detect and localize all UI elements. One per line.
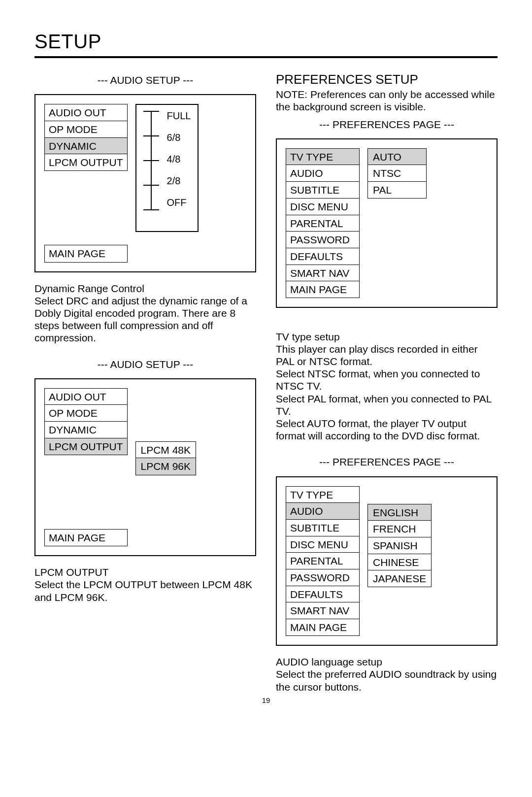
right-column: PREFERENCES SETUP NOTE: Preferences can …	[276, 72, 498, 693]
menu-op-mode[interactable]: OP MODE	[44, 121, 128, 138]
menu-dynamic[interactable]: DYNAMIC	[44, 137, 128, 155]
menu-parental[interactable]: PARENTAL	[286, 552, 360, 569]
menu-subtitle[interactable]: SUBTITLE	[286, 181, 360, 199]
slider-label: OFF	[167, 197, 191, 208]
menu-audio[interactable]: AUDIO	[286, 165, 360, 182]
menu-dynamic[interactable]: DYNAMIC	[44, 421, 128, 438]
two-column-layout: --- AUDIO SETUP --- AUDIO OUT OP MODE DY…	[34, 72, 498, 693]
page-title: SETUP	[34, 30, 498, 53]
option-japanese[interactable]: JAPANESE	[367, 570, 432, 587]
menu-main-page[interactable]: MAIN PAGE	[44, 245, 128, 262]
audio-lang-description: AUDIO language setup Select the preferre…	[276, 656, 498, 693]
preferences-note: NOTE: Preferences can only be accessed w…	[276, 88, 498, 113]
menu-lpcm-output[interactable]: LPCM OUTPUT	[44, 154, 128, 171]
menu-audio-out[interactable]: AUDIO OUT	[44, 104, 128, 121]
dynamic-range-description: Dynamic Range Control Select DRC and adj…	[34, 282, 256, 344]
menu-smart-nav[interactable]: SMART NAV	[286, 265, 360, 282]
option-lpcm-48k[interactable]: LPCM 48K	[135, 441, 197, 459]
menu-audio[interactable]: AUDIO	[286, 502, 360, 520]
menu-op-mode[interactable]: OP MODE	[44, 404, 128, 422]
menu-lpcm-output[interactable]: LPCM OUTPUT	[44, 438, 128, 455]
pref-page-header-1: --- PREFERENCES PAGE ---	[276, 118, 498, 131]
menu-disc-menu[interactable]: DISC MENU	[286, 536, 360, 553]
lpcm-description: LPCM OUTPUT Select the LPCM OUTPUT betwe…	[34, 566, 256, 603]
option-spanish[interactable]: SPANISH	[367, 537, 432, 554]
option-chinese[interactable]: CHINESE	[367, 554, 432, 571]
menu-main-page[interactable]: MAIN PAGE	[286, 281, 360, 298]
menu-smart-nav[interactable]: SMART NAV	[286, 602, 360, 619]
tvtype-options: AUTO NTSC PAL	[367, 148, 427, 199]
tvtype-description: TV type setup This player can play discs…	[276, 318, 498, 442]
osd-audio-lpcm: AUDIO OUT OP MODE DYNAMIC LPCM OUTPUT MA…	[34, 378, 256, 556]
slider-ticks-icon	[143, 111, 159, 209]
menu-parental[interactable]: PARENTAL	[286, 215, 360, 232]
menu-subtitle[interactable]: SUBTITLE	[286, 519, 360, 536]
audio2-menu: AUDIO OUT OP MODE DYNAMIC LPCM OUTPUT	[44, 388, 128, 455]
audio1-menu: AUDIO OUT OP MODE DYNAMIC LPCM OUTPUT	[44, 104, 128, 171]
option-auto[interactable]: AUTO	[367, 148, 427, 166]
menu-audio-out[interactable]: AUDIO OUT	[44, 388, 128, 405]
menu-defaults[interactable]: DEFAULTS	[286, 586, 360, 603]
title-rule	[34, 56, 498, 58]
option-english[interactable]: ENGLISH	[367, 504, 432, 521]
pref1-menu: TV TYPE AUDIO SUBTITLE DISC MENU PARENTA…	[286, 148, 360, 299]
menu-tv-type[interactable]: TV TYPE	[286, 148, 360, 166]
dynamic-range-slider[interactable]: FULL 6/8 4/8 2/8 OFF	[135, 104, 199, 232]
audio-lang-options: ENGLISH FRENCH SPANISH CHINESE JAPANESE	[367, 504, 432, 588]
menu-main-page[interactable]: MAIN PAGE	[286, 619, 360, 636]
option-pal[interactable]: PAL	[367, 181, 427, 199]
audio-setup-header-2: --- AUDIO SETUP ---	[34, 358, 256, 370]
pref2-menu: TV TYPE AUDIO SUBTITLE DISC MENU PARENTA…	[286, 486, 360, 636]
left-column: --- AUDIO SETUP --- AUDIO OUT OP MODE DY…	[34, 72, 256, 693]
option-french[interactable]: FRENCH	[367, 520, 432, 537]
slider-label: 6/8	[167, 132, 191, 143]
option-ntsc[interactable]: NTSC	[367, 165, 427, 182]
menu-disc-menu[interactable]: DISC MENU	[286, 198, 360, 215]
menu-tv-type[interactable]: TV TYPE	[286, 486, 360, 503]
menu-main-page[interactable]: MAIN PAGE	[44, 529, 128, 546]
osd-pref-tvtype: TV TYPE AUDIO SUBTITLE DISC MENU PARENTA…	[276, 138, 498, 308]
menu-password[interactable]: PASSWORD	[286, 569, 360, 586]
slider-label: 2/8	[167, 175, 191, 187]
option-lpcm-96k[interactable]: LPCM 96K	[135, 458, 197, 475]
preferences-setup-heading: PREFERENCES SETUP	[276, 72, 498, 87]
page-number: 19	[34, 696, 498, 705]
osd-pref-audio: TV TYPE AUDIO SUBTITLE DISC MENU PARENTA…	[276, 476, 498, 646]
slider-label: FULL	[167, 110, 191, 122]
audio-setup-header-1: --- AUDIO SETUP ---	[34, 74, 256, 86]
pref-page-header-2: --- PREFERENCES PAGE ---	[276, 456, 498, 468]
slider-label: 4/8	[167, 153, 191, 165]
osd-audio-dynamic: AUDIO OUT OP MODE DYNAMIC LPCM OUTPUT MA…	[34, 94, 256, 272]
menu-defaults[interactable]: DEFAULTS	[286, 248, 360, 265]
lpcm-options: LPCM 48K LPCM 96K	[135, 441, 197, 475]
menu-password[interactable]: PASSWORD	[286, 231, 360, 248]
